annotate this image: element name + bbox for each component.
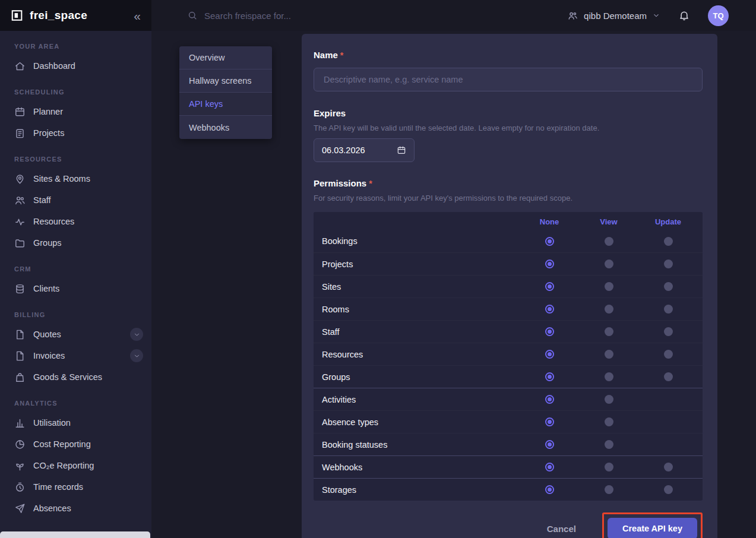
radio-view-staff[interactable] — [605, 327, 613, 336]
database-icon — [14, 283, 26, 295]
radio-view-rooms[interactable] — [605, 305, 613, 314]
submenu-item-overview[interactable]: Overview — [179, 46, 272, 69]
radio-view-booking-statuses[interactable] — [605, 440, 613, 449]
permission-cell — [520, 305, 579, 314]
document-icon — [14, 329, 26, 340]
radio-view-storages[interactable] — [605, 485, 613, 494]
expires-help-text: The API key will be valid until the sele… — [314, 124, 703, 132]
permission-row-groups: Groups — [314, 365, 703, 388]
sidebar-item-goods-services[interactable]: Goods & Services — [0, 366, 151, 388]
radio-none-webhooks[interactable] — [545, 463, 554, 471]
radio-none-sites[interactable] — [545, 282, 554, 291]
pie-chart-icon — [14, 439, 26, 450]
radio-update-projects[interactable] — [664, 259, 673, 268]
required-marker: * — [369, 179, 372, 188]
radio-update-storages[interactable] — [664, 485, 673, 494]
sidebar-item-groups[interactable]: Groups — [0, 232, 151, 254]
radio-view-webhooks[interactable] — [605, 463, 613, 471]
sidebar-collapse-button[interactable]: « — [134, 10, 141, 22]
logo-area: frei_space « — [0, 0, 151, 31]
chevron-down-icon[interactable] — [130, 349, 143, 362]
folder-icon — [14, 238, 26, 249]
radio-view-sites[interactable] — [605, 282, 613, 291]
sidebar-item-label: Sites & Rooms — [33, 174, 90, 183]
sidebar-item-label: Goods & Services — [33, 372, 102, 382]
radio-update-rooms[interactable] — [664, 305, 673, 314]
sidebar-item-invoices[interactable]: Invoices — [0, 345, 151, 366]
sidebar-item-absences[interactable]: Absences — [0, 498, 151, 519]
radio-update-bookings[interactable] — [664, 237, 673, 246]
radio-update-resources[interactable] — [664, 350, 673, 359]
radio-none-storages[interactable] — [545, 485, 554, 494]
sidebar-item-dashboard[interactable]: Dashboard — [0, 55, 151, 77]
chevron-down-icon[interactable] — [130, 328, 143, 341]
sidebar-item-time-records[interactable]: Time records — [0, 476, 151, 498]
document-icon — [14, 350, 26, 362]
column-header-view: View — [579, 217, 638, 226]
permission-row-storages: Storages — [314, 478, 703, 501]
submenu-item-api-keys[interactable]: API keys — [179, 93, 272, 116]
expires-field-label: Expires — [314, 108, 703, 118]
permission-row-staff: Staff — [314, 320, 703, 343]
permission-cell — [520, 282, 579, 291]
submenu-item-webhooks[interactable]: Webhooks — [179, 116, 272, 139]
cancel-button[interactable]: Cancel — [547, 524, 576, 534]
sidebar-item-staff[interactable]: Staff — [0, 189, 151, 211]
permission-cell — [520, 440, 579, 449]
radio-update-sites[interactable] — [664, 282, 673, 291]
radio-update-webhooks[interactable] — [664, 463, 673, 471]
sidebar-item-projects[interactable]: Projects — [0, 122, 151, 144]
radio-view-absence-types[interactable] — [605, 417, 613, 426]
sidebar-section-scheduling: SCHEDULINGPlannerProjects — [0, 84, 151, 144]
permission-row-activities: Activities — [314, 388, 703, 410]
sidebar-section-analytics: ANALYTICSUtilisationCost ReportingCO₂e R… — [0, 395, 151, 519]
avatar[interactable]: TQ — [708, 5, 729, 26]
permission-cell — [579, 395, 638, 404]
sidebar-scroll-indicator[interactable] — [0, 531, 150, 538]
permission-cell — [520, 259, 579, 268]
calendar-icon — [397, 145, 406, 155]
radio-none-booking-statuses[interactable] — [545, 440, 554, 449]
sidebar-section-label: ANALYTICS — [0, 395, 151, 412]
global-search[interactable]: Search freispace for... — [187, 10, 291, 21]
permission-cell — [520, 485, 579, 494]
sidebar-item-planner[interactable]: Planner — [0, 101, 151, 122]
sidebar-item-resources[interactable]: Resources — [0, 211, 151, 232]
radio-view-projects[interactable] — [605, 259, 613, 268]
radio-none-projects[interactable] — [545, 259, 554, 268]
radio-none-rooms[interactable] — [545, 305, 554, 314]
radio-none-bookings[interactable] — [545, 237, 554, 246]
sidebar-item-quotes[interactable]: Quotes — [0, 324, 151, 345]
radio-view-groups[interactable] — [605, 372, 613, 381]
radio-view-resources[interactable] — [605, 350, 613, 359]
permission-cell — [638, 485, 698, 494]
radio-update-staff[interactable] — [664, 327, 673, 336]
radio-view-bookings[interactable] — [605, 237, 613, 246]
submenu-item-hallway-screens[interactable]: Hallway screens — [179, 69, 272, 93]
sidebar-item-clients[interactable]: Clients — [0, 278, 151, 299]
radio-none-resources[interactable] — [545, 350, 554, 359]
logo-text[interactable]: frei_space — [30, 9, 87, 22]
settings-submenu: OverviewHallway screensAPI keysWebhooks — [179, 46, 272, 139]
sidebar-section-label: CRM — [0, 261, 151, 278]
permission-cell — [638, 305, 698, 314]
sidebar-item-label: Staff — [33, 195, 51, 205]
pulse-icon — [14, 216, 26, 227]
sidebar-item-co-e-reporting[interactable]: CO₂e Reporting — [0, 455, 151, 476]
create-api-key-button[interactable]: Create API key — [608, 518, 697, 538]
notifications-button[interactable] — [678, 10, 690, 21]
radio-none-activities[interactable] — [545, 395, 554, 404]
expires-date-input[interactable]: 06.03.2026 — [314, 138, 415, 162]
sidebar-item-cost-reporting[interactable]: Cost Reporting — [0, 433, 151, 455]
team-switcher[interactable]: qibb Demoteam — [567, 10, 660, 21]
sidebar-item-sites-rooms[interactable]: Sites & Rooms — [0, 168, 151, 189]
radio-none-groups[interactable] — [545, 372, 554, 381]
radio-view-activities[interactable] — [605, 395, 613, 404]
name-input[interactable] — [314, 68, 703, 91]
home-icon — [14, 61, 26, 72]
radio-none-absence-types[interactable] — [545, 417, 554, 426]
chevron-down-icon — [652, 11, 660, 20]
radio-update-groups[interactable] — [664, 372, 673, 381]
radio-none-staff[interactable] — [545, 327, 554, 336]
sidebar-item-utilisation[interactable]: Utilisation — [0, 412, 151, 433]
